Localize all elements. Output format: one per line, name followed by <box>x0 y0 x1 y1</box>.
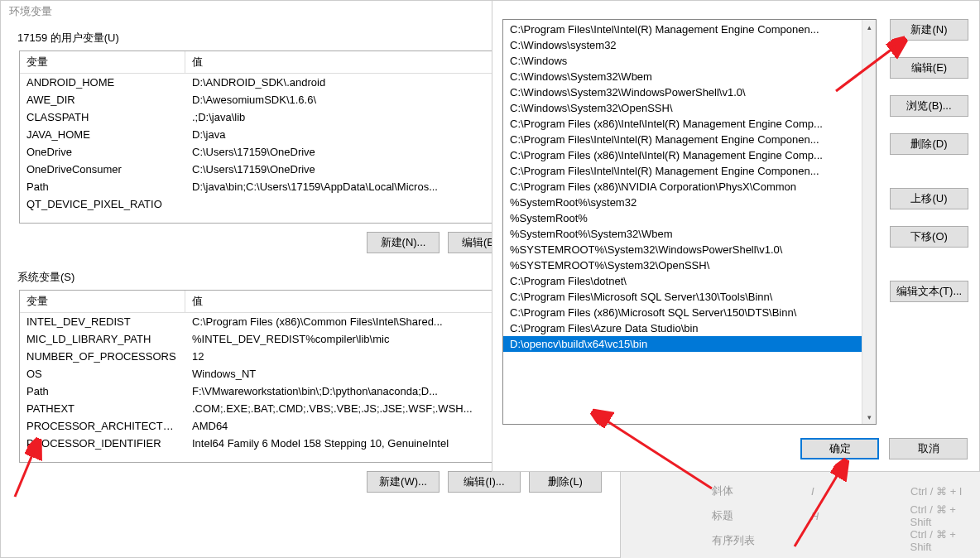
edit-path-dialog: C:\Program Files\Intel\Intel(R) Manageme… <box>492 0 980 472</box>
var-name: NUMBER_OF_PROCESSORS <box>20 349 185 364</box>
var-name: Path <box>20 383 185 399</box>
scrollbar[interactable]: ▴ ▾ <box>862 20 876 424</box>
path-item[interactable]: C:\Program Files\Intel\Intel(R) Manageme… <box>503 163 862 179</box>
path-item[interactable]: C:\Program Files\Azure Data Studio\bin <box>503 320 862 336</box>
var-name: PROCESSOR_ARCHITECTURE <box>20 418 185 434</box>
path-item[interactable]: %SystemRoot% <box>503 210 862 226</box>
scroll-down-icon[interactable]: ▾ <box>862 410 877 424</box>
path-item[interactable]: C:\Program Files (x86)\NVIDIA Corporatio… <box>503 179 862 195</box>
path-edit-button[interactable]: 编辑(E) <box>890 57 968 79</box>
background-shortcuts: 斜体 I Ctrl / ⌘ + I 标题 H Ctrl / ⌘ + Shift … <box>712 479 980 553</box>
path-delete-button[interactable]: 删除(D) <box>890 133 968 155</box>
var-name: CLASSPATH <box>20 109 185 125</box>
var-name: Path <box>20 179 185 195</box>
sys-new-button[interactable]: 新建(W)... <box>367 471 440 493</box>
col-variable: 变量 <box>20 51 185 73</box>
sys-edit-button[interactable]: 编辑(I)... <box>448 471 521 493</box>
path-item[interactable]: C:\Windows\System32\Wbem <box>503 69 862 84</box>
var-name: AWE_DIR <box>20 92 185 108</box>
path-item[interactable]: %SYSTEMROOT%\System32\WindowsPowerShell\… <box>503 242 862 257</box>
path-item[interactable]: C:\Windows\System32\OpenSSH\ <box>503 100 862 116</box>
path-movedown-button[interactable]: 下移(O) <box>890 226 968 248</box>
var-name: ANDROID_HOME <box>20 75 185 90</box>
path-new-button[interactable]: 新建(N) <box>890 19 968 41</box>
path-moveup-button[interactable]: 上移(U) <box>890 188 968 209</box>
ok-button[interactable]: 确定 <box>800 438 879 459</box>
path-listbox[interactable]: C:\Program Files\Intel\Intel(R) Manageme… <box>502 19 877 425</box>
path-edittext-button[interactable]: 编辑文本(T)... <box>890 281 968 302</box>
user-new-button[interactable]: 新建(N)... <box>367 232 440 253</box>
path-item[interactable]: C:\Windows\system32 <box>503 37 862 53</box>
path-item[interactable]: D:\opencv\build\x64\vc15\bin <box>503 336 862 352</box>
path-item[interactable]: C:\Program Files\Intel\Intel(R) Manageme… <box>503 22 862 37</box>
sys-delete-button[interactable]: 删除(L) <box>529 471 602 493</box>
col-variable: 变量 <box>20 291 185 312</box>
path-item[interactable]: C:\Program Files (x86)\Intel\Intel(R) Ma… <box>503 147 862 163</box>
var-name: QT_DEVICE_PIXEL_RATIO <box>20 196 185 212</box>
path-item[interactable]: C:\Windows <box>503 53 862 69</box>
var-name: OS <box>20 366 185 382</box>
path-item[interactable]: C:\Program Files (x86)\Intel\Intel(R) Ma… <box>503 116 862 132</box>
path-item[interactable]: %SYSTEMROOT%\System32\OpenSSH\ <box>503 257 862 273</box>
var-name: OneDriveConsumer <box>20 161 185 177</box>
path-item[interactable]: C:\Program Files\dotnet\ <box>503 273 862 289</box>
var-name: PATHEXT <box>20 401 185 416</box>
path-item[interactable]: C:\Program Files\Microsoft SQL Server\13… <box>503 289 862 305</box>
var-name: OneDrive <box>20 144 185 160</box>
var-name: PROCESSOR_IDENTIFIER <box>20 435 185 451</box>
path-item[interactable]: C:\Program Files\Intel\Intel(R) Manageme… <box>503 132 862 147</box>
scroll-up-icon[interactable]: ▴ <box>862 20 877 34</box>
var-name: MIC_LD_LIBRARY_PATH <box>20 331 185 347</box>
var-name: INTEL_DEV_REDIST <box>20 314 185 330</box>
path-item[interactable]: C:\Program Files (x86)\Microsoft SQL Ser… <box>503 305 862 320</box>
path-item[interactable]: C:\Windows\System32\WindowsPowerShell\v1… <box>503 84 862 100</box>
path-item[interactable]: %SystemRoot%\system32 <box>503 195 862 210</box>
path-browse-button[interactable]: 浏览(B)... <box>890 95 968 117</box>
path-item[interactable]: %SystemRoot%\System32\Wbem <box>503 226 862 242</box>
cancel-button[interactable]: 取消 <box>889 438 968 459</box>
var-name: JAVA_HOME <box>20 127 185 142</box>
